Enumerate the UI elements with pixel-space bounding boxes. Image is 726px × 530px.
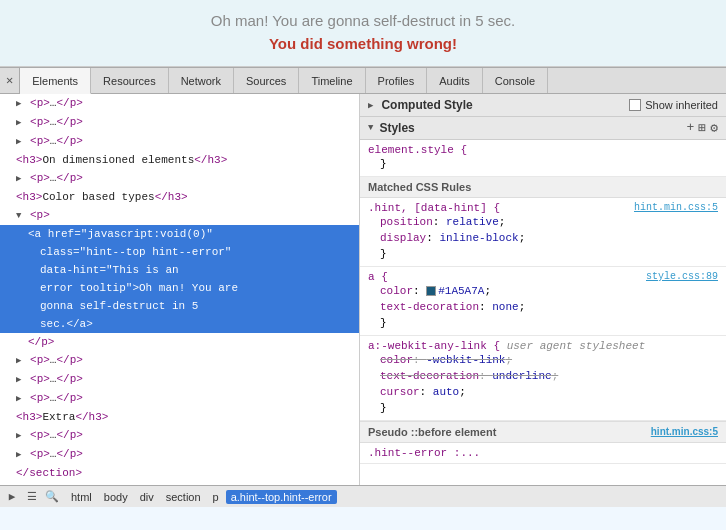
html-node-section-close: </section> [0, 464, 359, 482]
html-node-h3-dimensions: <h3>On dimensioned elements</h3> [0, 151, 359, 169]
expand-arrow[interactable]: ▶ [16, 450, 21, 460]
ua-close: } [368, 400, 718, 416]
styles-arrow[interactable]: ▼ [368, 123, 373, 133]
hint-css-block: .hint, [data-hint] { hint.min.css:5 posi… [360, 198, 726, 267]
breadcrumb-html[interactable]: html [66, 490, 97, 504]
tab-console[interactable]: Console [483, 68, 548, 93]
styles-panel: ▶ Computed Style Show inherited ▼ Styles… [360, 94, 726, 485]
hint-selector-line: .hint, [data-hint] { hint.min.css:5 [368, 202, 718, 214]
hint-position: position: relative; [368, 214, 718, 230]
html-node-a-class[interactable]: class="hint--top hint--error" [0, 243, 359, 261]
tab-network[interactable]: Network [169, 68, 234, 93]
html-node-p2: ▶ <p>…</p> [0, 113, 359, 132]
pseudo-header: Pseudo ::before element hint.min.css:5 [360, 421, 726, 443]
computed-style-title: Computed Style [381, 98, 472, 112]
show-inherited-checkbox[interactable] [629, 99, 641, 111]
pseudo-source[interactable]: hint.min.css:5 [651, 426, 718, 437]
html-node-a-data[interactable]: data-hint="This is an [0, 261, 359, 279]
pseudo-hint-selector: .hint--error :... [368, 447, 718, 459]
hint-selector: .hint, [data-hint] { [368, 202, 500, 214]
a-selector: a { [368, 271, 388, 283]
tab-sources[interactable]: Sources [234, 68, 299, 93]
expand-arrow[interactable]: ▶ [16, 375, 21, 385]
breadcrumb-body[interactable]: body [99, 490, 133, 504]
a-color: color: #1A5A7A; [368, 283, 718, 299]
tab-audits[interactable]: Audits [427, 68, 483, 93]
html-node-p4: ▶ <p>…</p> [0, 169, 359, 188]
cursor-icon[interactable]: ▶ [4, 489, 20, 505]
expand-arrow[interactable]: ▼ [16, 211, 21, 221]
ua-cursor: cursor: auto; [368, 384, 718, 400]
add-style-button[interactable]: + [687, 120, 695, 136]
breadcrumb-a-selected[interactable]: a.hint--top.hint--error [226, 490, 337, 504]
matched-rules-header: Matched CSS Rules [360, 177, 726, 198]
html-node-p5: ▶ <p>…</p> [0, 351, 359, 370]
devtools-panel: ✕ Elements Resources Network Sources Tim… [0, 67, 726, 507]
a-close: } [368, 315, 718, 331]
a-css-block: a { style.css:89 color: #1A5A7A; text-de… [360, 267, 726, 336]
html-node-p1: ▶ <p>…</p> [0, 94, 359, 113]
html-node-a-text[interactable]: gonna self-destruct in 5 [0, 297, 359, 315]
computed-style-header: ▶ Computed Style Show inherited [360, 94, 726, 117]
styles-title: Styles [379, 121, 414, 135]
expand-arrow[interactable]: ▶ [16, 394, 21, 404]
hint-display: display: inline-block; [368, 230, 718, 246]
breadcrumb-icons: ▶ ☰ 🔍 [4, 489, 60, 505]
expand-arrow[interactable]: ▶ [16, 356, 21, 366]
html-node-p6: ▶ <p>…</p> [0, 370, 359, 389]
hint-source[interactable]: hint.min.css:5 [634, 202, 718, 213]
list-icon[interactable]: ☰ [24, 489, 40, 505]
expand-arrow[interactable]: ▶ [16, 118, 21, 128]
html-node-a-data2[interactable]: error tooltip">Oh man! You are [0, 279, 359, 297]
expand-arrow[interactable]: ▶ [16, 174, 21, 184]
expand-arrow[interactable]: ▶ [16, 137, 21, 147]
devtools-close-button[interactable]: ✕ [0, 68, 20, 93]
hint-close: } [368, 246, 718, 262]
html-node-p3: ▶ <p>…</p> [0, 132, 359, 151]
ua-color: color: -webkit-link; [368, 352, 718, 368]
html-node-p-close: </p> [0, 333, 359, 351]
html-node-p-expanded: ▼ <p> [0, 206, 359, 225]
preview-line2: You did something wrong! [20, 35, 706, 52]
settings-style-button[interactable]: ⚙ [710, 120, 718, 136]
show-inherited-label: Show inherited [645, 99, 718, 111]
tab-bar: ✕ Elements Resources Network Sources Tim… [0, 68, 726, 94]
a-source[interactable]: style.css:89 [646, 271, 718, 282]
ua-selector-line: a:-webkit-any-link { user agent styleshe… [368, 340, 718, 352]
computed-style-arrow[interactable]: ▶ [368, 100, 373, 111]
a-text-decoration: text-decoration: none; [368, 299, 718, 315]
toggle-style-button[interactable]: ⊞ [698, 120, 706, 136]
html-node-p9: ▶ <p>…</p> [0, 445, 359, 464]
a-selector-line: a { style.css:89 [368, 271, 718, 283]
element-style-selector: element.style { [368, 144, 718, 156]
html-node-a-text2[interactable]: sec.</a> [0, 315, 359, 333]
ua-text-decoration: text-decoration: underline; [368, 368, 718, 384]
ua-css-block: a:-webkit-any-link { user agent styleshe… [360, 336, 726, 421]
breadcrumb-bar: ▶ ☰ 🔍 html body div section p a.hint--to… [0, 485, 726, 507]
element-style-block: element.style { } [360, 140, 726, 177]
color-swatch [426, 286, 436, 296]
main-content: ▶ <p>…</p> ▶ <p>…</p> ▶ <p>…</p> <h3>On … [0, 94, 726, 485]
html-node-p7: ▶ <p>…</p> [0, 389, 359, 408]
expand-arrow[interactable]: ▶ [16, 431, 21, 441]
preview-area: Oh man! You are gonna self-destruct in 5… [0, 0, 726, 67]
breadcrumb-section[interactable]: section [161, 490, 206, 504]
pseudo-hint-block: .hint--error :... [360, 443, 726, 464]
html-node-p8: ▶ <p>…</p> [0, 426, 359, 445]
ua-selector: a:-webkit-any-link { [368, 340, 500, 352]
expand-arrow[interactable]: ▶ [16, 99, 21, 109]
search-icon[interactable]: 🔍 [44, 489, 60, 505]
pseudo-label: Pseudo ::before element [368, 426, 496, 438]
html-node-a-selected[interactable]: <a href="javascript:void(0)" [0, 225, 359, 243]
tab-elements[interactable]: Elements [20, 68, 91, 94]
breadcrumb-p[interactable]: p [208, 490, 224, 504]
element-style-close: } [368, 156, 718, 172]
breadcrumb-div[interactable]: div [135, 490, 159, 504]
styles-header: ▼ Styles + ⊞ ⚙ [360, 117, 726, 140]
ua-comment: user agent stylesheet [507, 340, 646, 352]
tab-profiles[interactable]: Profiles [366, 68, 428, 93]
tab-timeline[interactable]: Timeline [299, 68, 365, 93]
html-node-h3-color: <h3>Color based types</h3> [0, 188, 359, 206]
html-panel: ▶ <p>…</p> ▶ <p>…</p> ▶ <p>…</p> <h3>On … [0, 94, 360, 485]
tab-resources[interactable]: Resources [91, 68, 169, 93]
